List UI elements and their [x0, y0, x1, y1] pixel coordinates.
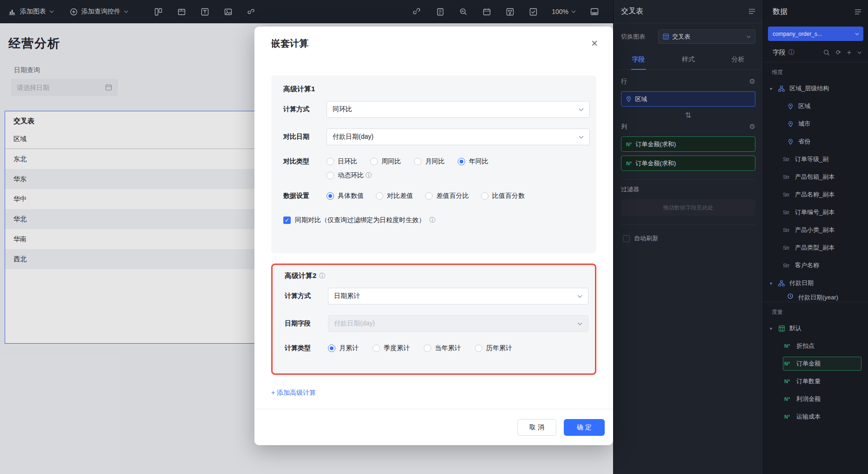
compare-date-row: 对比日期 付款日期(day)	[283, 129, 590, 145]
date-field-value: 付款日期(day)	[334, 319, 375, 328]
date-field-label: 日期字段	[285, 319, 328, 328]
compare-date-value: 付款日期(day)	[333, 133, 374, 141]
compare-type-label: 对比类型	[283, 157, 327, 166]
chevron-down-icon	[577, 322, 582, 325]
cancel-button[interactable]: 取 消	[517, 419, 556, 436]
radio-week-over-week[interactable]: 周同比	[370, 157, 401, 166]
date-field-select: 付款日期(day)	[328, 315, 588, 332]
calc-method-value-2: 日期累计	[334, 292, 360, 300]
radio-year-over-year[interactable]: 年同比	[458, 157, 488, 166]
dialog-header: 嵌套计算	[254, 27, 613, 60]
dialog-title: 嵌套计算	[271, 37, 308, 50]
radio-dynamic-compare[interactable]: 动态环比ⓘ	[327, 171, 372, 180]
dialog-body: 高级计算1 计算方式 同环比 对比日期 付款日期(day)	[254, 75, 613, 397]
advanced-calc-1-section: 高级计算1 计算方式 同环比 对比日期 付款日期(day)	[271, 75, 596, 253]
radio-quarter-to-date[interactable]: 季度累计	[373, 344, 410, 352]
confirm-button[interactable]: 确 定	[564, 419, 605, 436]
calc-method-select[interactable]: 同环比	[327, 101, 590, 118]
calc-method-row-2: 计算方式 日期累计	[285, 288, 588, 305]
calc-method-label-2: 计算方式	[285, 292, 328, 300]
radio-difference[interactable]: 对比差值	[376, 192, 413, 200]
info-icon: ⓘ	[429, 216, 435, 224]
chevron-down-icon	[579, 108, 584, 111]
radio-actual-value[interactable]: 具体数值	[327, 192, 364, 200]
nested-calculation-dialog: 嵌套计算 × 高级计算1 计算方式 同环比 对比日期 付款日期(day)	[254, 27, 613, 445]
compare-type-row: 对比类型 日环比 周同比 月同比 年同比 动态环比ⓘ	[283, 157, 590, 180]
calc-type-label: 计算类型	[285, 344, 328, 352]
advanced-calc-1-title: 高级计算1	[283, 85, 590, 94]
chevron-down-icon	[577, 295, 582, 298]
info-icon: ⓘ	[319, 272, 325, 280]
date-field-row: 日期字段 付款日期(day)	[285, 315, 588, 332]
advanced-calc-2-section: 高级计算2 ⓘ 计算方式 日期累计 日期字段 付款日期(day)	[271, 264, 596, 375]
radio-day-over-day[interactable]: 日环比	[327, 157, 357, 166]
compare-date-select[interactable]: 付款日期(day)	[327, 129, 590, 145]
app-root: 添加图表 添加查询控件	[0, 0, 868, 474]
compare-date-label: 对比日期	[283, 133, 327, 141]
data-setting-row: 数据设置 具体数值 对比差值 差值百分比 比值百分数	[283, 192, 590, 200]
info-icon: ⓘ	[366, 171, 372, 180]
radio-year-to-date[interactable]: 当年累计	[424, 344, 461, 352]
calc-method-select-2[interactable]: 日期累计	[328, 288, 588, 305]
chevron-down-icon	[579, 135, 584, 139]
radio-all-years-to-date[interactable]: 历年累计	[475, 344, 512, 352]
radio-difference-percent[interactable]: 差值百分比	[425, 192, 469, 200]
sync-compare-row: ✓ 同期对比（仅查询过滤绑定为日粒度时生效） ⓘ	[283, 216, 590, 224]
close-icon[interactable]: ×	[587, 36, 602, 51]
calc-method-row: 计算方式 同环比	[283, 101, 590, 118]
radio-month-over-month[interactable]: 月同比	[414, 157, 445, 166]
calc-method-label: 计算方式	[283, 105, 327, 114]
calc-type-row: 计算类型 月累计 季度累计 当年累计 历年累计	[285, 344, 588, 352]
calc-method-value: 同环比	[333, 105, 352, 114]
sync-compare-label: 同期对比（仅查询过滤绑定为日粒度时生效）	[295, 216, 425, 224]
add-advanced-calc-link[interactable]: + 添加高级计算	[271, 389, 316, 397]
radio-ratio-percent[interactable]: 比值百分数	[481, 192, 525, 200]
data-setting-label: 数据设置	[283, 192, 327, 200]
advanced-calc-2-title: 高级计算2	[285, 271, 316, 280]
dialog-footer: 取 消 确 定	[254, 409, 613, 445]
radio-month-to-date[interactable]: 月累计	[328, 344, 359, 352]
sync-compare-checkbox[interactable]: ✓	[283, 217, 291, 224]
